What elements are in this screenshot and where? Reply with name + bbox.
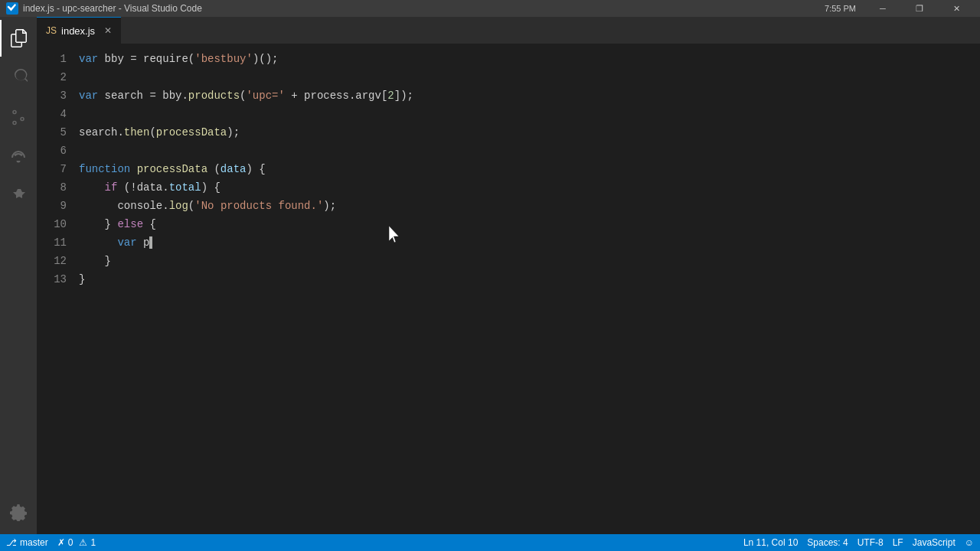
line-number-12: 12: [43, 252, 67, 270]
feedback-item[interactable]: ☺: [965, 537, 974, 548]
code-line-13: }: [79, 270, 968, 289]
code-token: );: [227, 123, 240, 142]
code-token: processData: [156, 123, 227, 142]
code-token: ) {: [246, 160, 265, 178]
code-token: process.argv[: [304, 86, 387, 105]
code-token: require(: [143, 50, 194, 68]
maximize-button[interactable]: ❐: [902, 0, 937, 17]
editor-area: JS index.js ✕ 12345678910111213 var bby …: [37, 17, 980, 534]
code-token: 2: [387, 86, 394, 105]
code-line-7: function processData (data) {: [79, 160, 968, 178]
title-bar-title: index.js - upc-searcher - Visual Studio …: [23, 3, 202, 14]
tab-file-icon: JS: [46, 25, 57, 36]
tab-close-icon[interactable]: ✕: [104, 25, 112, 36]
code-token: log: [169, 197, 188, 215]
line-number-9: 9: [43, 197, 67, 215]
code-token: var: [79, 86, 105, 105]
code-token: [79, 197, 117, 215]
main-layout: JS index.js ✕ 12345678910111213 var bby …: [0, 17, 980, 534]
git-branch-label: master: [20, 537, 48, 548]
code-token: products: [220, 197, 272, 215]
code-token: var: [79, 50, 105, 68]
warning-icon: ⚠: [79, 537, 87, 548]
tab-label: index.js: [61, 25, 95, 37]
status-bar-right: Ln 11, Col 10 Spaces: 4 UTF-8 LF JavaScr…: [743, 537, 974, 548]
code-token: if: [105, 178, 124, 197]
code-token: )();: [253, 50, 279, 68]
code-token: products: [188, 86, 240, 105]
code-token: }: [79, 252, 111, 270]
spaces-label: Spaces: 4: [807, 537, 848, 548]
code-token: [79, 233, 117, 252]
git-icon: ⎇: [6, 537, 17, 548]
code-token: processData: [137, 160, 214, 178]
code-token: [79, 178, 105, 197]
code-line-6: [79, 142, 968, 160]
code-token: (: [240, 86, 246, 105]
activity-extensions-icon[interactable]: [0, 179, 37, 216]
line-number-7: 7: [43, 160, 67, 178]
code-line-2: [79, 68, 968, 86]
code-token: );: [323, 197, 336, 215]
cursor-position-label: Ln 11, Col 10: [743, 537, 798, 548]
language-label: JavaScript: [913, 537, 956, 548]
warning-count: 1: [90, 537, 96, 548]
code-token: then: [124, 123, 150, 142]
spaces-item[interactable]: Spaces: 4: [807, 537, 848, 548]
line-endings-label: LF: [893, 537, 903, 548]
code-token: var: [117, 233, 143, 252]
encoding-label: UTF-8: [858, 537, 884, 548]
activity-search-icon[interactable]: [0, 60, 37, 96]
code-token: (: [214, 160, 220, 178]
code-area[interactable]: var bby = require('bestbuy')(); var sear…: [79, 50, 980, 528]
code-token: search: [105, 86, 150, 105]
tab-bar: JS index.js ✕: [37, 17, 980, 44]
minimize-button[interactable]: ─: [865, 0, 900, 17]
line-number-5: 5: [43, 123, 67, 142]
code-line-3: var search = bby.products('upc=' + proce…: [79, 86, 968, 105]
code-line-10: } else {: [79, 215, 968, 233]
line-number-3: 3: [43, 86, 67, 105]
code-token: ) {: [201, 178, 220, 197]
code-line-11: var p: [79, 233, 968, 252]
code-line-4: [79, 105, 968, 123]
activity-settings-icon[interactable]: [0, 494, 37, 531]
git-branch-item[interactable]: ⎇ master: [6, 537, 48, 548]
code-token: total: [169, 178, 201, 197]
encoding-item[interactable]: UTF-8: [858, 537, 884, 548]
line-number-2: 2: [43, 68, 67, 86]
title-bar: index.js - upc-searcher - Visual Studio …: [0, 0, 980, 17]
title-bar-left: index.js - upc-searcher - Visual Studio …: [6, 2, 202, 15]
line-number-10: 10: [43, 215, 67, 233]
code-token: =: [149, 86, 162, 105]
line-number-8: 8: [43, 178, 67, 197]
title-bar-time: 7:55 PM: [825, 4, 856, 13]
status-bar-left: ⎇ master ✗ 0 ⚠ 1: [6, 537, 96, 548]
code-token: (: [188, 197, 194, 215]
language-item[interactable]: JavaScript: [913, 537, 956, 548]
code-line-1: var bby = require('bestbuy')();: [79, 50, 968, 68]
activity-debug-icon[interactable]: [0, 139, 37, 176]
code-token: bby.: [162, 86, 188, 105]
code-token: search.: [79, 123, 124, 142]
close-button[interactable]: ✕: [939, 0, 974, 17]
line-number-1: 1: [43, 50, 67, 68]
code-line-8: if (!data.total) {: [79, 178, 968, 197]
line-number-6: 6: [43, 142, 67, 160]
tab-indexjs[interactable]: JS index.js ✕: [37, 17, 121, 44]
code-token: [79, 215, 105, 233]
code-token: (: [149, 123, 155, 142]
activity-bar: [0, 17, 37, 534]
line-numbers: 12345678910111213: [37, 50, 79, 528]
line-endings-item[interactable]: LF: [893, 537, 903, 548]
line-number-11: 11: [43, 233, 67, 252]
activity-explorer-icon[interactable]: [0, 20, 37, 57]
error-count-item[interactable]: ✗ 0 ⚠ 1: [57, 537, 96, 548]
code-token: p: [143, 233, 149, 252]
code-line-12: }: [79, 252, 968, 270]
cursor-position-item[interactable]: Ln 11, Col 10: [743, 537, 798, 548]
activity-source-control-icon[interactable]: [0, 99, 37, 136]
editor-content[interactable]: 12345678910111213 var bby = require('bes…: [37, 44, 980, 534]
code-line-9: console.log('No products found.');: [79, 197, 968, 215]
code-token: data.: [137, 178, 169, 197]
